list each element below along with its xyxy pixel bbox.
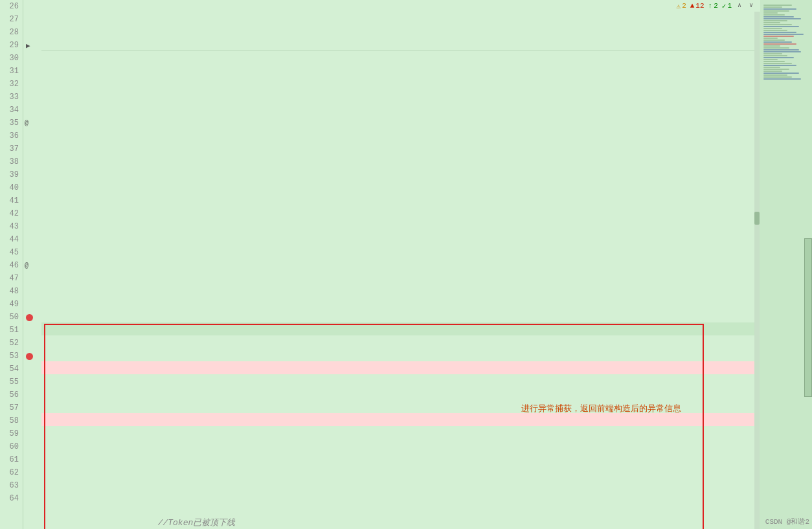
error-icon: ▲ [690, 2, 695, 10]
check-count: 1 [727, 2, 732, 10]
line-num-29: 29 [0, 39, 19, 52]
code-line-43: //sa-token 未登录异常处理 [41, 232, 759, 245]
line-num-63: 63 [0, 479, 19, 492]
watermark-text: CSDN @和谐2 [765, 517, 809, 526]
code-line-61: message = NotLoginException.TOKEN_TIMEOU… [41, 465, 759, 478]
gutter-53 [23, 350, 41, 363]
line-num-55: 55 [0, 376, 19, 388]
line-num-33: 33 [0, 91, 19, 104]
gutter-45 [23, 246, 41, 259]
gutter-30 [23, 52, 41, 65]
code-line-32: //自定义异常 [41, 89, 759, 102]
gutter-48 [23, 285, 41, 298]
code-line-53: message = NotLoginException.NOT_TOKEN_ME… [41, 361, 759, 374]
line-num-28: 28 [0, 26, 19, 39]
line-num-62: 62 [0, 466, 19, 479]
code-line-39: return CommonResult.failed(e.getMessage(… [41, 180, 759, 193]
warning-count: 2 [682, 2, 686, 10]
line-num-37: 37 [0, 142, 19, 155]
code-line-42 [41, 219, 759, 232]
gutter-39 [23, 168, 41, 181]
gutter-32 [23, 78, 41, 91]
gutter-55 [23, 376, 41, 388]
code-line-48: String message = ""; [41, 297, 759, 310]
line-num-30: 30 [0, 52, 19, 65]
code-line-41 [41, 206, 759, 219]
breakpoint-icon-50 [26, 314, 33, 321]
gutter-28 [23, 26, 41, 39]
gutter-34 [23, 104, 41, 117]
line-num-31: 31 [0, 65, 19, 78]
minimap-content [760, 0, 812, 529]
line-num-34: 34 [0, 104, 19, 117]
top-indicators: ⚠ 2 ▲ 12 ↑ 2 ✓ 1 ∧ ∨ [671, 0, 761, 12]
warning-icon: ⚠ [677, 2, 681, 10]
code-line-55: case NotLoginException.INVALID_TOKEN: [41, 387, 759, 400]
line-num-43: 43 [0, 220, 19, 233]
code-line-58: break; [41, 426, 759, 439]
info-count: 2 [714, 2, 718, 10]
gutter-33 [23, 91, 41, 104]
warning-indicator: ⚠ 2 [677, 2, 686, 10]
minimap-viewport[interactable] [804, 238, 812, 397]
gutter: ▶ @ @ [23, 0, 41, 529]
code-line-49 [41, 310, 759, 322]
code-line-52: //未能读取到有效Token [41, 348, 759, 361]
code-line-28: @ControllerAdvice [41, 38, 759, 51]
vertical-scrollbar-track[interactable] [754, 0, 760, 529]
line-num-42: 42 [0, 207, 19, 220]
line-num-51: 51 [0, 324, 19, 337]
code-line-51: case NotLoginException.NOT_TOKEN: [41, 335, 759, 348]
code-line-47: //根据异常返回不同代码 [41, 284, 759, 297]
nav-down-button[interactable]: ∨ [747, 1, 755, 10]
gutter-63 [23, 479, 41, 492]
at-sign-icon-2: @ [25, 262, 28, 269]
code-line-37: return CommonResult.failed(e.getErrorCod… [41, 154, 759, 167]
code-line-27: @Slf4j [41, 25, 759, 38]
gutter-40 [23, 181, 41, 194]
code-line-40: } [41, 193, 759, 206]
minimap-lines [760, 3, 812, 82]
line-numbers: 26 27 28 29 30 31 32 33 34 35 36 37 38 3… [0, 0, 23, 529]
nav-up-button[interactable]: ∧ [736, 1, 743, 10]
line-num-38: 38 [0, 155, 19, 168]
line-num-56: 56 [0, 388, 19, 401]
code-line-38: } [41, 167, 759, 180]
gutter-58 [23, 414, 41, 427]
gutter-26 [23, 0, 41, 13]
code-line-34: @ExceptionHandler(value = FMApiException… [41, 115, 759, 128]
gutter-46: @ [23, 259, 41, 272]
line-num-57: 57 [0, 401, 19, 414]
gutter-49 [23, 298, 41, 311]
gutter-27 [23, 13, 41, 26]
vertical-scrollbar-thumb[interactable] [754, 212, 760, 225]
gutter-42 [23, 207, 41, 220]
minimap: CSDN @和谐2 [759, 0, 812, 529]
line-num-40: 40 [0, 181, 19, 194]
code-line-35: public CommonResult handle(FMApiExceptio… [41, 128, 759, 141]
line-num-27: 27 [0, 13, 19, 26]
line-num-36: 36 [0, 129, 19, 142]
error-indicator: ▲ 12 [690, 2, 705, 10]
line-num-47: 47 [0, 272, 19, 285]
info-icon: ↑ [708, 2, 713, 10]
line-num-54: 54 [0, 363, 19, 376]
gutter-41 [23, 194, 41, 207]
code-line-30 [41, 63, 759, 76]
code-line-59: case NotLoginException.TOKEN_TIMEOUT: [41, 439, 759, 452]
code-area[interactable]: 进行异常捕获，返回前端构造后的异常信息 @Slf4j @ControllerAd… [41, 12, 759, 529]
expand-arrow-icon: ▶ [26, 41, 30, 50]
line-num-52: 52 [0, 337, 19, 350]
line-num-41: 41 [0, 194, 19, 207]
code-line-26 [41, 12, 759, 25]
gutter-36 [23, 129, 41, 142]
gutter-44 [23, 233, 41, 246]
line-num-60: 60 [0, 440, 19, 453]
gutter-57 [23, 401, 41, 414]
editor-container: ⚠ 2 ▲ 12 ↑ 2 ✓ 1 ∧ ∨ 26 27 28 29 30 31 3… [0, 0, 812, 529]
line-num-35: 35 [0, 117, 19, 129]
line-num-39: 39 [0, 168, 19, 181]
code-line-54: break; [41, 374, 759, 387]
line-num-64: 64 [0, 492, 19, 505]
line-num-59: 59 [0, 427, 19, 440]
